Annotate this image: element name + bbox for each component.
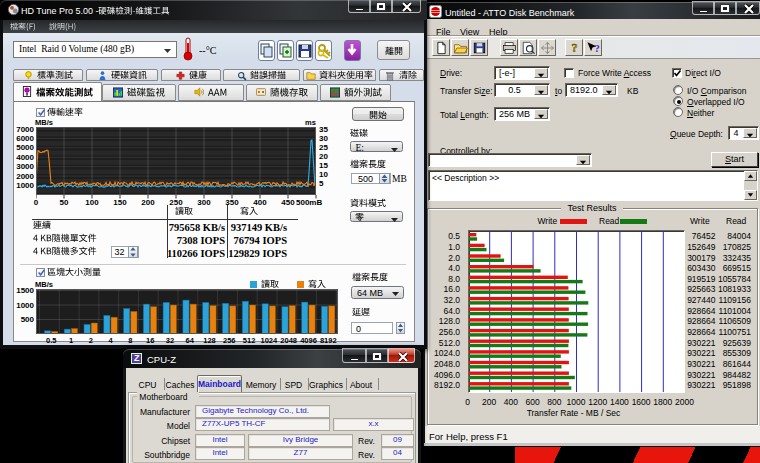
svg-text:?: ? [571,41,577,55]
svg-text:?: ? [595,43,600,54]
